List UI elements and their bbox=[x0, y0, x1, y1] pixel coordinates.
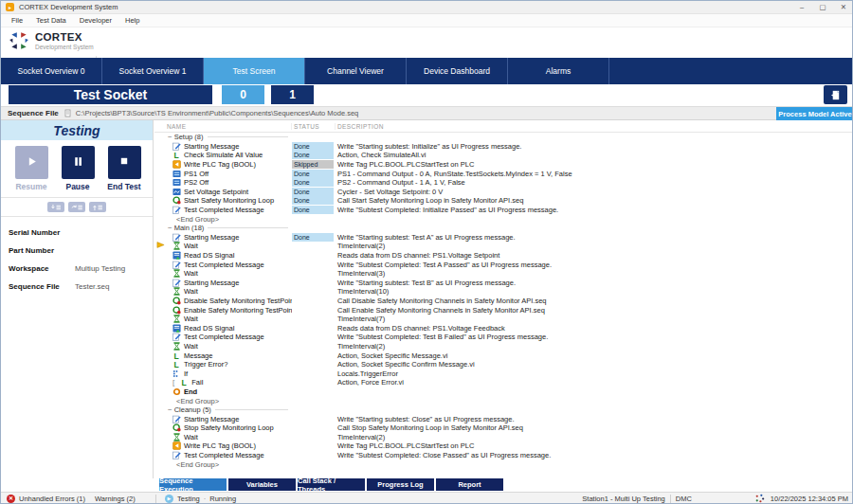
sequence-step-row[interactable]: LTrigger Error?Action, Socket Specific C… bbox=[154, 360, 853, 369]
vi-icon: L bbox=[172, 151, 181, 159]
bottom-tab-sequence-execution[interactable]: Sequence Execution bbox=[159, 478, 227, 491]
brand-name: CORTEX bbox=[35, 31, 94, 43]
group-name: Cleanup (5) bbox=[174, 405, 211, 414]
sequence-step-row[interactable]: Test Completed MessageWrite "Subtest Com… bbox=[154, 451, 853, 460]
control-button-wrap: Resume bbox=[12, 146, 50, 191]
menu-item-test-data[interactable]: Test Data bbox=[29, 16, 73, 25]
step-name: Starting Message bbox=[184, 233, 239, 242]
step-into-button bbox=[47, 202, 64, 212]
status-badge: Done bbox=[292, 178, 334, 187]
tab-channel-viewer[interactable]: Channel Viewer bbox=[305, 58, 407, 84]
field-serial-number: Serial Number bbox=[9, 228, 153, 237]
socket-0-button[interactable]: 0 bbox=[222, 85, 264, 104]
step-name: Wait bbox=[184, 242, 198, 250]
step-name: Wait bbox=[184, 287, 198, 296]
sequence-step-row[interactable]: WaitTimeInterval(3) bbox=[154, 269, 853, 279]
sequence-step-row[interactable]: Starting MessageWrite "Starting subtest:… bbox=[154, 414, 853, 423]
wait-icon bbox=[172, 287, 181, 296]
safety-loop-icon bbox=[172, 196, 181, 205]
clock-text: 10/22/2025 12:34:05 PM bbox=[771, 495, 848, 503]
sequence-step-row[interactable]: Write PLC Tag (BOOL)SkippedWrite Tag PLC… bbox=[154, 160, 853, 170]
bottom-tab-call-stack-threads[interactable]: Call Stack / Threads bbox=[298, 478, 365, 491]
collapse-icon[interactable]: − bbox=[168, 224, 172, 232]
sequence-file-path: C:\Projects\BPT3\Source\TS Environment\P… bbox=[76, 109, 358, 117]
tab-socket-overview-0[interactable]: Socket Overview 0 bbox=[1, 58, 102, 84]
step-description: TimeInterval(2) bbox=[336, 242, 853, 250]
menu-item-file[interactable]: File bbox=[5, 16, 29, 25]
bottom-tab-progress-log[interactable]: Progress Log bbox=[367, 478, 434, 491]
end-test-button[interactable] bbox=[108, 146, 141, 179]
step-out-button bbox=[89, 202, 106, 212]
sequence-step-row[interactable]: Test Completed MessageDoneWrite "Subtest… bbox=[154, 206, 853, 215]
sequence-document-button[interactable] bbox=[824, 85, 847, 104]
group-name: Main (18) bbox=[174, 224, 205, 232]
maximize-button[interactable]: ▢ bbox=[812, 3, 833, 11]
sequence-step-row[interactable]: Read DS SignalReads data from DS channel… bbox=[154, 323, 853, 333]
wait-icon bbox=[172, 269, 181, 278]
sequence-step-row[interactable]: WaitTimeInterval(2) bbox=[154, 342, 853, 351]
sequence-step-row[interactable]: WaitTimeInterval(2) bbox=[154, 433, 853, 442]
field-label: Serial Number bbox=[9, 228, 75, 237]
step-name-cell: Start Safety Monitoring Loop bbox=[167, 196, 292, 205]
sequence-step-row[interactable]: WaitTimeInterval(2) bbox=[154, 242, 853, 251]
sequence-step-row[interactable]: [LFailAction, Force Error.vi bbox=[154, 378, 853, 387]
tab-socket-overview-1[interactable]: Socket Overview 1 bbox=[102, 58, 204, 84]
collapse-icon[interactable]: − bbox=[168, 133, 172, 141]
bottom-tab-variables[interactable]: Variables bbox=[228, 478, 296, 491]
close-button[interactable]: ✕ bbox=[833, 3, 853, 11]
step-description: Call Enable Safety Monitoring Channels i… bbox=[336, 306, 853, 315]
test-state-title: Testing bbox=[1, 120, 153, 140]
step-description: Reads data from DS channel: PS1.Voltage … bbox=[336, 251, 853, 260]
pause-button[interactable] bbox=[62, 146, 95, 179]
menu-item-help[interactable]: Help bbox=[118, 16, 146, 25]
bottom-tab-report[interactable]: Report bbox=[436, 478, 503, 491]
sequence-group-header[interactable]: −Main (18) bbox=[154, 224, 853, 233]
name-column-header: NAME bbox=[167, 123, 292, 130]
sequence-group-header[interactable]: −Cleanup (5) bbox=[154, 405, 853, 415]
end-group-row: <End Group> bbox=[154, 396, 853, 405]
step-over-button bbox=[68, 202, 85, 212]
status-cell bbox=[292, 414, 336, 423]
sequence-step-row[interactable]: Test Completed MessageWrite "Subtest Com… bbox=[154, 333, 853, 342]
sequence-step-row[interactable]: Set Voltage SetpointDoneCycler - Set Vol… bbox=[154, 188, 853, 197]
step-description: Write "Starting subtest: Initialize" as … bbox=[336, 142, 853, 151]
status-badge: Done bbox=[292, 170, 334, 178]
sequence-step-row[interactable]: LCheck Simulate All ValueDoneAction, Che… bbox=[154, 151, 853, 160]
sequence-step-row[interactable]: LMessageAction, Socket Specific Message.… bbox=[154, 351, 853, 360]
sequence-step-row[interactable]: Stop Safety Monitoring LoopCall Stop Saf… bbox=[154, 423, 853, 433]
error-summary[interactable]: ✕ Unhandled Errors (1) Warnings (2) bbox=[1, 495, 151, 503]
sequence-step-row[interactable]: Test Completed MessageWrite "Subtest Com… bbox=[154, 260, 853, 269]
sequence-step-row[interactable]: IfLocals.TriggerError bbox=[154, 369, 853, 378]
sequence-step-row[interactable]: PS1 OffDonePS1 - Command Output - 0 A, R… bbox=[154, 169, 853, 178]
message-icon bbox=[172, 415, 181, 423]
safety-loop-icon bbox=[172, 423, 181, 432]
collapse-icon[interactable]: − bbox=[168, 405, 172, 414]
sequence-step-row[interactable]: Write PLC Tag (BOOL)Write Tag PLC.BOOL.P… bbox=[154, 441, 853, 451]
step-name: Test Completed Message bbox=[184, 451, 264, 459]
sequence-step-row[interactable]: WaitTimeInterval(10) bbox=[154, 287, 853, 297]
sequence-step-row[interactable]: Starting MessageWrite "Starting subtest:… bbox=[154, 279, 853, 288]
step-name-cell: Wait bbox=[167, 242, 292, 250]
sequence-step-row[interactable]: Starting MessageDoneWrite "Starting subt… bbox=[154, 233, 853, 243]
step-description: Call Start Safety Monitoring Loop in Saf… bbox=[336, 196, 853, 205]
sequence-step-row[interactable]: Starting MessageDoneWrite "Starting subt… bbox=[154, 142, 853, 152]
tab-test-screen[interactable]: Test Screen bbox=[204, 58, 305, 84]
step-description: Write "Starting subtest: Test B" as UI P… bbox=[336, 279, 853, 287]
step-name: Wait bbox=[184, 433, 198, 441]
description-column-header: DESCRIPTION bbox=[336, 123, 853, 130]
tab-alarms[interactable]: Alarms bbox=[508, 58, 609, 84]
sequence-step-row[interactable]: End bbox=[154, 387, 853, 397]
sequence-step-row[interactable]: PS2 OffDonePS2 - Command Output - 1 A, 1… bbox=[154, 178, 853, 188]
step-description: Action, Socket Specific Message.vi bbox=[336, 351, 853, 360]
sequence-step-row[interactable]: Read DS SignalReads data from DS channel… bbox=[154, 251, 853, 261]
tab-device-dashboard[interactable]: Device Dashboard bbox=[407, 58, 508, 84]
sequence-step-row[interactable]: Enable Safety Monitoring TestPointsCall … bbox=[154, 305, 853, 315]
sequence-group-header[interactable]: −Setup (8) bbox=[154, 133, 853, 142]
sequence-step-row[interactable]: WaitTimeInterval(7) bbox=[154, 315, 853, 324]
step-name-cell: End bbox=[167, 387, 292, 396]
sequence-step-row[interactable]: Disable Safety Monitoring TestPointsCall… bbox=[154, 297, 853, 306]
menu-item-developer[interactable]: Developer bbox=[73, 16, 118, 25]
minimize-button[interactable]: – bbox=[791, 3, 812, 11]
sequence-step-row[interactable]: Start Safety Monitoring LoopDoneCall Sta… bbox=[154, 196, 853, 206]
socket-1-button[interactable]: 1 bbox=[271, 85, 314, 104]
